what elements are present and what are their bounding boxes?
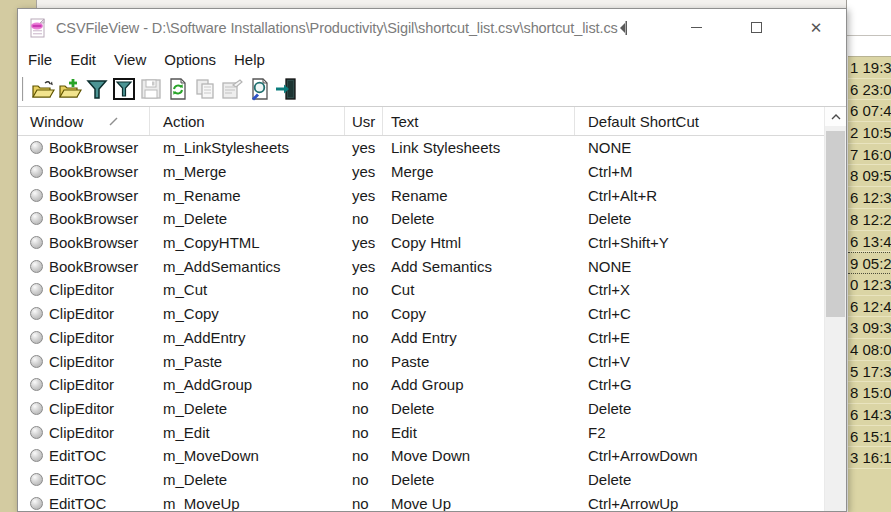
- menu-view[interactable]: View: [105, 48, 155, 71]
- menu-edit[interactable]: Edit: [61, 48, 105, 71]
- background-time-row[interactable]: 8 12:21:: [848, 209, 891, 231]
- table-row[interactable]: BookBrowserm_DeletenoDeleteDelete: [18, 207, 824, 231]
- table-cell: Add Entry: [383, 326, 575, 350]
- table-cell: Ctrl+ArrowUp: [575, 491, 824, 511]
- background-time-row[interactable]: 3 16:18:: [848, 447, 891, 469]
- menu-help[interactable]: Help: [225, 48, 274, 71]
- background-time-list: 1 19:35:6 23:01:6 07:40:2 10:55:7 16:03:…: [848, 56, 891, 512]
- table-row[interactable]: ClipEditorm_EditnoEditF2: [18, 420, 824, 444]
- background-time-row[interactable]: 2 10:55:: [848, 122, 891, 144]
- table-cell: EditTOC: [18, 468, 150, 492]
- table-cell: m_LinkStylesheets: [150, 136, 345, 160]
- open-folder-add-button[interactable]: [56, 76, 83, 103]
- table-cell: m_Rename: [150, 183, 345, 207]
- maximize-button[interactable]: [726, 9, 786, 46]
- table-row[interactable]: ClipEditorm_AddEntrynoAdd EntryCtrl+E: [18, 326, 824, 350]
- table-cell: Delete: [575, 468, 824, 492]
- background-time-row[interactable]: 6 12:31:: [848, 187, 891, 209]
- column-header-default-shortcut[interactable]: Default ShortCut: [575, 107, 824, 135]
- column-header-usr[interactable]: Usr: [345, 107, 383, 135]
- toolbar-grip: [22, 77, 24, 101]
- find-button[interactable]: [245, 76, 272, 103]
- table-cell: m_Copy: [150, 302, 345, 326]
- table-row[interactable]: BookBrowserm_RenameyesRenameCtrl+Alt+R: [18, 183, 824, 207]
- background-time-row[interactable]: 9 05:25:: [848, 252, 891, 274]
- background-time-row[interactable]: 4 08:03:: [848, 339, 891, 361]
- close-button[interactable]: ✕: [786, 9, 846, 46]
- table-row[interactable]: EditTOCm_MoveDownnoMove DownCtrl+ArrowDo…: [18, 444, 824, 468]
- row-bullet-icon: [30, 497, 43, 510]
- background-time-row[interactable]: 3 09:35:: [848, 317, 891, 339]
- filter-button[interactable]: [83, 76, 110, 103]
- table-cell: BookBrowser: [18, 207, 150, 231]
- table-cell: BookBrowser: [18, 254, 150, 278]
- background-window-right-sliver: 1 19:35:6 23:01:6 07:40:2 10:55:7 16:03:…: [846, 0, 891, 512]
- background-time-row[interactable]: 6 14:33:: [848, 404, 891, 426]
- table-cell: F2: [575, 420, 824, 444]
- refresh-button[interactable]: [164, 76, 191, 103]
- scrollbar-up-button[interactable]: [825, 107, 846, 126]
- advanced-filter-button[interactable]: [110, 76, 137, 103]
- folder-plus-icon: [58, 77, 82, 101]
- column-header-window[interactable]: Window: [18, 107, 150, 135]
- table-cell: m_Merge: [150, 160, 345, 184]
- background-time-row[interactable]: 8 09:52:: [848, 165, 891, 187]
- row-bullet-icon: [30, 426, 43, 439]
- table-cell: EditTOC: [18, 444, 150, 468]
- row-bullet-icon: [30, 165, 43, 178]
- row-bullet-icon: [30, 473, 43, 486]
- table-row[interactable]: ClipEditorm_DeletenoDeleteDelete: [18, 397, 824, 421]
- maximize-icon: [751, 22, 762, 33]
- table-cell: no: [345, 444, 383, 468]
- column-header-text[interactable]: Text: [383, 107, 575, 135]
- table-cell: Ctrl+X: [575, 278, 824, 302]
- table-cell: m_Paste: [150, 349, 345, 373]
- column-header-action[interactable]: Action: [150, 107, 345, 135]
- background-time-row[interactable]: 6 15:19:: [848, 426, 891, 448]
- row-bullet-icon: [30, 402, 43, 415]
- table-row[interactable]: BookBrowserm_AddSemanticsyesAdd Semantic…: [18, 254, 824, 278]
- background-time-row[interactable]: 1 19:35:: [848, 57, 891, 79]
- table-cell: m_Delete: [150, 207, 345, 231]
- table-row[interactable]: ClipEditorm_CopynoCopyCtrl+C: [18, 302, 824, 326]
- exit-button[interactable]: [272, 76, 299, 103]
- table-row[interactable]: BookBrowserm_LinkStylesheetsyesLink Styl…: [18, 136, 824, 160]
- table-row[interactable]: ClipEditorm_CutnoCutCtrl+X: [18, 278, 824, 302]
- background-time-row[interactable]: 6 23:01:: [848, 79, 891, 101]
- background-time-row[interactable]: 6 12:42:: [848, 296, 891, 318]
- table-header: Window Action Usr Text Default ShortCut: [18, 107, 824, 136]
- table-body: BookBrowserm_LinkStylesheetsyesLink Styl…: [18, 136, 824, 511]
- table-row[interactable]: EditTOCm_MoveUpnoMove UpCtrl+ArrowUp: [18, 491, 824, 511]
- background-time-row[interactable]: 8 15:03:: [848, 382, 891, 404]
- table-cell: m_Delete: [150, 468, 345, 492]
- background-time-row[interactable]: 6 13:48:: [848, 231, 891, 253]
- properties-button: [218, 76, 245, 103]
- background-time-row[interactable]: 0 12:36:: [848, 274, 891, 296]
- table-cell: m_AddGroup: [150, 373, 345, 397]
- background-time-row[interactable]: 5 17:33:: [848, 361, 891, 383]
- table-row[interactable]: ClipEditorm_PastenoPasteCtrl+V: [18, 349, 824, 373]
- row-bullet-icon: [30, 189, 43, 202]
- chevron-up-icon: [831, 114, 841, 120]
- background-time-row[interactable]: 6 07:40:: [848, 100, 891, 122]
- open-file-button[interactable]: [29, 76, 56, 103]
- table-row[interactable]: EditTOCm_DeletenoDeleteDelete: [18, 468, 824, 492]
- table-row[interactable]: BookBrowserm_MergeyesMergeCtrl+M: [18, 160, 824, 184]
- table-cell: Merge: [383, 160, 575, 184]
- table-row[interactable]: BookBrowserm_CopyHTMLyesCopy HtmlCtrl+Sh…: [18, 231, 824, 255]
- title-bar[interactable]: CSVFileView - D:\Software Installations\…: [18, 9, 846, 46]
- minimize-button[interactable]: [666, 9, 726, 46]
- table-cell: Ctrl+C: [575, 302, 824, 326]
- scrollbar-thumb[interactable]: [826, 131, 845, 317]
- vertical-scrollbar[interactable]: [824, 107, 846, 511]
- menu-file[interactable]: File: [19, 48, 61, 71]
- table-cell: yes: [345, 183, 383, 207]
- table-cell: Ctrl+ArrowDown: [575, 444, 824, 468]
- table-row[interactable]: ClipEditorm_AddGroupnoAdd GroupCtrl+G: [18, 373, 824, 397]
- copy-button: [191, 76, 218, 103]
- row-bullet-icon: [30, 212, 43, 225]
- filter-funnel-icon: [85, 77, 109, 101]
- menu-options[interactable]: Options: [155, 48, 225, 71]
- title-caret-icon: [619, 20, 629, 36]
- background-time-row[interactable]: 7 16:03:: [848, 144, 891, 166]
